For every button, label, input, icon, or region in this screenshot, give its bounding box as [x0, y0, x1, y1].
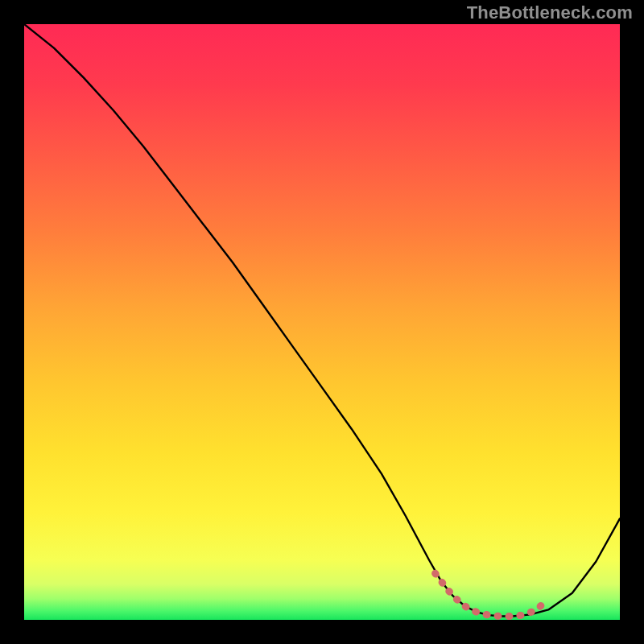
chart-frame: TheBottleneck.com — [0, 0, 644, 644]
bottleneck-chart — [24, 24, 620, 620]
gradient-panel — [24, 24, 620, 620]
watermark-text: TheBottleneck.com — [467, 2, 633, 23]
